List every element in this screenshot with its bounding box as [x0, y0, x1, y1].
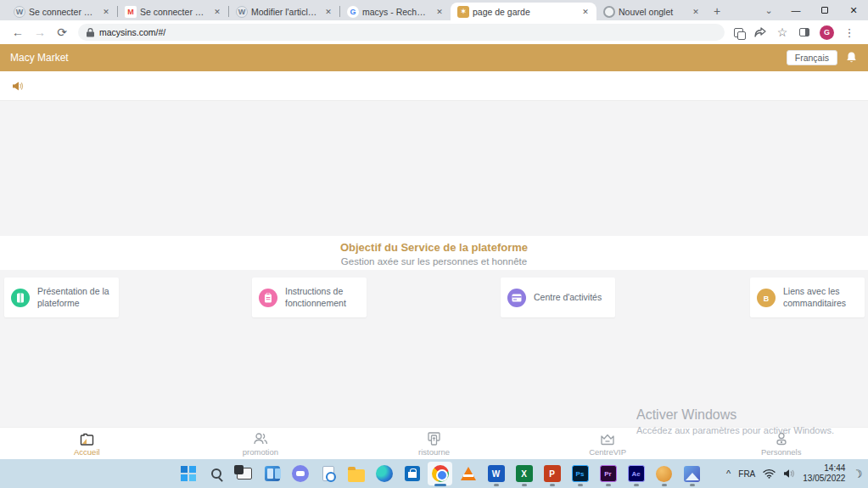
nav-item-accueil[interactable]: Accueil	[0, 428, 174, 459]
start-button-icon[interactable]	[174, 461, 202, 486]
side-panel-icon[interactable]	[798, 25, 811, 39]
tab-title: macys - Recherche Go	[362, 7, 430, 17]
wordpress-favicon-icon: W	[14, 6, 25, 18]
mission-subtitle: Gestion axée sur les personnes et honnêt…	[0, 256, 868, 266]
notification-bell-icon[interactable]	[845, 51, 858, 65]
new-tab-button[interactable]: +	[707, 3, 727, 20]
desktop-screen: W Se connecter — Word ✕ M Se connecter à…	[0, 0, 868, 488]
reload-button[interactable]: ⟳	[51, 25, 73, 39]
tab-page-de-garde-active[interactable]: ✶ page de garde ✕	[451, 3, 596, 20]
brand-title: Macy Market	[10, 52, 69, 64]
microsoft-store-icon[interactable]	[398, 461, 426, 486]
tab-title: Se connecter à WordP	[140, 7, 208, 17]
task-view-icon[interactable]	[230, 461, 258, 486]
premiere-icon[interactable]: Pr	[594, 461, 622, 486]
card-liens-commanditaires[interactable]: B Liens avec les commanditaires	[750, 278, 865, 317]
rebate-box-icon	[428, 431, 440, 446]
people-icon	[253, 431, 268, 446]
mission-title: Objectif du Service de la plateforme	[0, 241, 868, 254]
document-viewer-icon[interactable]	[314, 461, 342, 486]
nav-label: ristourne	[418, 447, 450, 457]
coin-icon: B	[757, 289, 776, 307]
tab-title: Nouvel onglet	[619, 7, 686, 17]
clock[interactable]: 14:44 13/05/2022	[803, 463, 845, 485]
card-label: Présentation de la plateforme	[37, 286, 112, 308]
tab-close-icon[interactable]: ✕	[100, 6, 112, 18]
windows-taskbar: W X P Ps Pr Ae ^ FRA 14:44 13/05/2022 ☽	[0, 459, 868, 488]
crown-icon	[600, 431, 615, 446]
tab-close-icon[interactable]: ✕	[690, 6, 702, 18]
nav-label: CentreVIP	[589, 447, 626, 457]
bookmark-star-icon[interactable]: ☆	[776, 25, 789, 39]
tab-close-icon[interactable]: ✕	[211, 6, 223, 18]
tab-se-connecter-wordpress[interactable]: M Se connecter à WordP ✕	[118, 3, 228, 20]
person-toggle-icon	[775, 431, 788, 446]
tab-close-icon[interactable]: ✕	[580, 6, 591, 18]
nav-item-centrevip[interactable]: CentreVIP	[521, 428, 695, 459]
after-effects-icon[interactable]: Ae	[622, 461, 650, 486]
volume-icon[interactable]	[783, 468, 795, 479]
profile-avatar[interactable]: G	[820, 25, 834, 40]
forward-button[interactable]: →	[29, 25, 51, 39]
card-icon	[507, 289, 526, 307]
card-instructions-fonctionnement[interactable]: Instructions de fonctionnement	[252, 278, 367, 317]
teams-chat-icon[interactable]	[286, 461, 314, 486]
nav-item-ristourne[interactable]: ristourne	[347, 428, 521, 459]
search-icon[interactable]	[202, 461, 230, 486]
wifi-icon[interactable]	[763, 468, 776, 479]
home-icon	[80, 431, 94, 446]
powerpoint-icon[interactable]: P	[538, 461, 566, 486]
site-header: Macy Market Français	[0, 44, 868, 71]
edge-icon[interactable]	[370, 461, 398, 486]
photos-icon[interactable]	[678, 461, 706, 486]
translate-icon[interactable]	[731, 25, 745, 39]
tab-macys-recherche[interactable]: G macys - Recherche Go ✕	[340, 3, 451, 20]
tab-title: Se connecter — Word	[29, 7, 97, 17]
clipboard-icon	[259, 289, 277, 307]
tab-close-icon[interactable]: ✕	[322, 6, 334, 18]
tab-nouvel-onglet[interactable]: Nouvel onglet ✕	[596, 3, 707, 20]
share-icon[interactable]	[753, 25, 767, 39]
nav-label: Accueil	[74, 447, 100, 457]
vlc-icon[interactable]	[454, 461, 482, 486]
browser-toolbar: ← → ⟳ macysins.com/#/ ☆ G ⋮	[0, 20, 868, 44]
svg-text:B: B	[764, 294, 770, 302]
tab-title: page de garde	[473, 7, 576, 17]
tab-search-chevron-icon[interactable]: ⌄	[756, 5, 781, 16]
back-button[interactable]: ←	[7, 25, 29, 39]
tray-hidden-icons-chevron[interactable]: ^	[726, 468, 731, 479]
window-close-button[interactable]: ✕	[839, 0, 868, 20]
window-maximize-button[interactable]	[810, 0, 839, 20]
card-label: Centre d'activités	[534, 292, 602, 303]
focus-assist-moon-icon[interactable]: ☽	[852, 466, 865, 481]
document-icon	[11, 289, 30, 307]
word-icon[interactable]: W	[482, 461, 510, 486]
file-explorer-icon[interactable]	[342, 461, 370, 486]
date-text: 13/05/2022	[803, 474, 845, 485]
widgets-icon[interactable]	[258, 461, 286, 486]
excel-icon[interactable]: X	[510, 461, 538, 486]
language-button[interactable]: Français	[787, 50, 837, 65]
nav-item-personnels[interactable]: Personnels	[694, 428, 868, 459]
card-centre-activites[interactable]: Centre d'activités	[501, 278, 615, 317]
watermark-title: Activer Windows	[636, 407, 834, 423]
browser-tab-strip: W Se connecter — Word ✕ M Se connecter à…	[0, 0, 868, 20]
mission-section: Objectif du Service de la plateforme Ges…	[0, 236, 868, 270]
speaker-announcement-icon	[12, 81, 24, 92]
address-bar[interactable]: macysins.com/#/	[78, 24, 725, 41]
photoshop-icon[interactable]: Ps	[566, 461, 594, 486]
chrome-icon[interactable]	[426, 461, 454, 486]
card-presentation-plateforme[interactable]: Présentation de la plateforme	[4, 278, 119, 317]
chrome-favicon-icon	[603, 6, 615, 18]
tab-se-connecter-word[interactable]: W Se connecter — Word ✕	[7, 3, 117, 20]
more-menu-icon[interactable]: ⋮	[843, 25, 856, 39]
wordpress-favicon-icon: W	[236, 6, 248, 18]
nav-item-promotion[interactable]: promotion	[174, 428, 348, 459]
tab-modifier-article[interactable]: W Modifier l'article « Ghi ✕	[229, 3, 339, 20]
time-text: 14:44	[803, 463, 845, 474]
window-minimize-button[interactable]: —	[781, 0, 810, 20]
language-indicator[interactable]: FRA	[738, 469, 755, 479]
honey-app-icon[interactable]	[650, 461, 678, 486]
tab-close-icon[interactable]: ✕	[434, 6, 445, 18]
lock-icon	[87, 28, 94, 37]
